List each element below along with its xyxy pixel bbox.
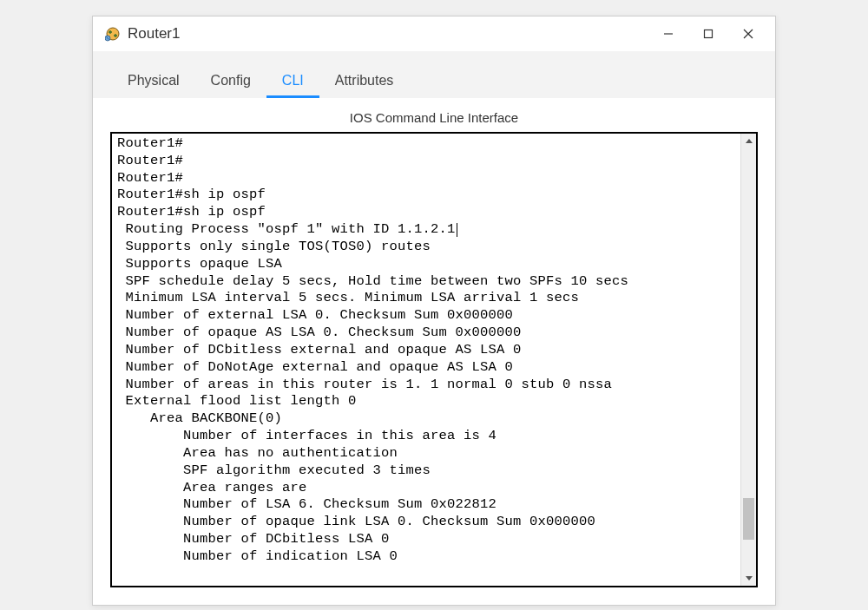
scroll-thumb[interactable] [743, 498, 754, 540]
tab-physical[interactable]: Physical [112, 66, 195, 98]
scroll-down-icon[interactable] [741, 570, 756, 586]
tab-cli[interactable]: CLI [266, 66, 319, 98]
tab-bar: Physical Config CLI Attributes [93, 63, 775, 98]
close-button[interactable] [728, 19, 768, 49]
cli-terminal[interactable]: Router1# Router1# Router1# Router1#sh ip… [112, 134, 740, 586]
panel-subtitle: IOS Command Line Interface [93, 98, 775, 132]
terminal-container: Router1# Router1# Router1# Router1#sh ip… [93, 132, 775, 605]
tab-attributes[interactable]: Attributes [319, 66, 410, 98]
window-controls [648, 19, 768, 49]
terminal-scrollbar[interactable] [740, 134, 756, 586]
titlebar: Router1 [93, 16, 775, 51]
tab-config[interactable]: Config [195, 66, 266, 98]
toolbar-area: Physical Config CLI Attributes [93, 51, 775, 98]
router-config-window: Router1 Physical Config CLI Attributes I… [92, 16, 776, 606]
window-title: Router1 [128, 25, 648, 43]
svg-rect-4 [705, 30, 713, 38]
router-icon [105, 26, 121, 42]
scroll-up-icon[interactable] [741, 134, 756, 149]
minimize-button[interactable] [648, 19, 688, 49]
maximize-button[interactable] [688, 19, 728, 49]
terminal-frame: Router1# Router1# Router1# Router1#sh ip… [110, 132, 758, 587]
